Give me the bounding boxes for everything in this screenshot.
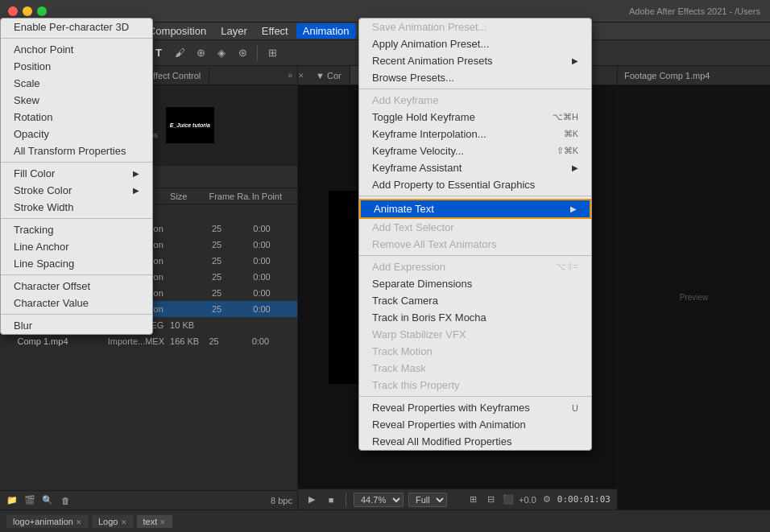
timeline-tab-logo-animation[interactable]: logo+animation ✕ (6, 515, 89, 528)
channels-icon[interactable]: ⬛ (501, 493, 515, 507)
menu-item-label: Add Expression (372, 261, 445, 273)
menu-blur[interactable]: Blur (1, 317, 152, 334)
menu-position[interactable]: Position (1, 58, 152, 75)
menu-track-property[interactable]: Track this Property (359, 377, 591, 394)
snap-icon[interactable]: ⊞ (263, 44, 281, 62)
eraser-tool-icon[interactable]: ◈ (213, 44, 230, 62)
menu-separator (1, 218, 152, 219)
search-bottom-icon[interactable]: 🔍 (40, 493, 55, 508)
new-folder-icon[interactable]: 📁 (5, 493, 19, 508)
menu-layer[interactable]: Layer (214, 23, 254, 39)
zoom-dropdown[interactable]: 44.7% (354, 493, 404, 507)
clone-tool-icon[interactable]: ⊕ (192, 44, 209, 62)
menu-item-label: Stroke Color (14, 184, 72, 196)
menu-keyframe-velocity[interactable]: Keyframe Velocity... ⇧⌘K (359, 142, 591, 159)
menu-item-label: Line Anchor (14, 241, 69, 253)
menu-browse-presets[interactable]: Browse Presets... (359, 69, 591, 86)
new-composition-icon[interactable]: 🎬 (23, 493, 37, 508)
menu-character-offset[interactable]: Character Offset (1, 278, 152, 295)
menu-reveal-modified[interactable]: Reveal All Modified Properties (359, 433, 591, 450)
panel-close-icon[interactable]: ✕ (298, 72, 304, 80)
menu-add-text-selector[interactable]: Add Text Selector (359, 219, 591, 236)
stop-icon[interactable]: ■ (324, 493, 338, 507)
menu-item-label: Keyframe Interpolation... (372, 128, 486, 140)
list-item[interactable]: Comp 1.mp4 Importe...MEX 166 KB 25 0:00 (0, 333, 297, 349)
menu-item-label: Track this Property (372, 379, 460, 391)
menu-reveal-animation[interactable]: Reveal Properties with Animation (359, 416, 591, 433)
panel-overflow-arrow[interactable]: » (288, 71, 297, 80)
delete-icon[interactable]: 🗑 (58, 493, 72, 508)
file-type: Importe...MEX (108, 336, 170, 346)
timeline-tab-close-icon[interactable]: ✕ (76, 518, 82, 526)
menu-keyframe-assistant[interactable]: Keyframe Assistant ▶ (359, 159, 591, 176)
footage-preview: Preview (618, 85, 770, 509)
viewer-icon[interactable]: ⊞ (466, 493, 480, 507)
menu-warp-stabilizer[interactable]: Warp Stabilizer VFX (359, 326, 591, 343)
timeline: logo+animation ✕ Logo ✕ text ✕ (0, 509, 770, 532)
menu-effect[interactable]: Effect (255, 23, 295, 39)
quality-dropdown[interactable]: Full (408, 493, 447, 507)
timeline-tab-text[interactable]: text ✕ (137, 515, 173, 528)
menu-all-transform-properties[interactable]: All Transform Properties (1, 142, 152, 159)
menu-reveal-keyframes[interactable]: Reveal Properties with Keyframes U (359, 399, 591, 416)
minimize-button[interactable] (23, 6, 32, 16)
menu-skew[interactable]: Skew (1, 92, 152, 109)
menu-fill-color[interactable]: Fill Color ▶ (1, 165, 152, 182)
file-inpoint: 0:00 (253, 288, 291, 298)
menu-line-spacing[interactable]: Line Spacing (1, 255, 152, 272)
menu-item-label: Recent Animation Presets (372, 55, 493, 67)
file-framerate: 25 (212, 272, 253, 282)
menu-enable-per-character-3d[interactable]: Enable Per-character 3D (1, 19, 152, 35)
menu-item-label: Track Mask (372, 362, 426, 374)
menu-separate-dimensions[interactable]: Separate Dimensions (359, 275, 591, 292)
menu-separator (1, 274, 152, 275)
timeline-tab-close-icon[interactable]: ✕ (121, 518, 127, 526)
menu-rotation[interactable]: Rotation (1, 109, 152, 126)
file-inpoint: 0:00 (253, 240, 291, 250)
menu-recent-animation-presets[interactable]: Recent Animation Presets ▶ (359, 52, 591, 69)
menu-add-expression[interactable]: Add Expression ⌥⇧= (359, 258, 591, 275)
comp-controls: ▶ ■ 44.7% Full ⊞ ⊟ ⬛ +0.0 ⚙ 0:00:01:03 (298, 489, 617, 509)
tab-cor[interactable]: ▼ Cor (308, 66, 350, 85)
timeline-tab-close-icon[interactable]: ✕ (159, 518, 166, 526)
menu-anchor-point[interactable]: Anchor Point (1, 41, 152, 58)
maximize-button[interactable] (37, 6, 47, 16)
menu-opacity[interactable]: Opacity (1, 126, 152, 142)
menu-item-label: Keyframe Assistant (372, 162, 462, 174)
menu-stroke-width[interactable]: Stroke Width (1, 199, 152, 216)
settings-icon[interactable]: ⚙ (540, 493, 554, 507)
file-framerate: 25 (209, 336, 251, 346)
menu-save-animation-preset[interactable]: Save Animation Preset... (359, 19, 591, 35)
close-button[interactable] (8, 6, 18, 16)
animate-text-submenu[interactable]: Enable Per-character 3D Anchor Point Pos… (0, 18, 153, 335)
timeline-tab-logo[interactable]: Logo ✕ (92, 515, 134, 528)
menu-track-camera[interactable]: Track Camera (359, 292, 591, 309)
menu-apply-animation-preset[interactable]: Apply Animation Preset... (359, 35, 591, 52)
menu-remove-all-text-animators[interactable]: Remove All Text Animators (359, 236, 591, 253)
file-framerate: 25 (212, 240, 253, 250)
menu-scale[interactable]: Scale (1, 75, 152, 92)
menu-animate-text[interactable]: Animate Text ▶ (359, 199, 591, 219)
menu-toggle-hold-keyframe[interactable]: Toggle Hold Keyframe ⌥⌘H (359, 109, 591, 126)
brush-tool-icon[interactable]: 🖌 (171, 44, 188, 62)
animation-menu[interactable]: Save Animation Preset... Apply Animation… (358, 18, 592, 451)
menu-add-keyframe[interactable]: Add Keyframe (359, 92, 591, 109)
menu-tracking[interactable]: Tracking (1, 221, 152, 238)
puppet-tool-icon[interactable]: ⊛ (234, 44, 251, 62)
menu-animation[interactable]: Animation (296, 23, 356, 39)
menu-item-label: Stroke Width (14, 201, 73, 213)
menu-track-boris-mocha[interactable]: Track in Boris FX Mocha (359, 309, 591, 326)
menu-character-value[interactable]: Character Value (1, 295, 152, 311)
menu-separator (359, 196, 591, 196)
menu-keyframe-interpolation[interactable]: Keyframe Interpolation... ⌘K (359, 126, 591, 142)
menu-stroke-color[interactable]: Stroke Color ▶ (1, 182, 152, 199)
menu-line-anchor[interactable]: Line Anchor (1, 238, 152, 255)
menu-track-motion[interactable]: Track Motion (359, 343, 591, 360)
grid-icon[interactable]: ⊟ (483, 493, 498, 507)
play-icon[interactable]: ▶ (304, 493, 319, 507)
menu-track-mask[interactable]: Track Mask (359, 360, 591, 377)
menu-item-label: Remove All Text Animators (372, 238, 496, 250)
file-size: 166 KB (170, 336, 209, 346)
menu-add-property-essential[interactable]: Add Property to Essential Graphics (359, 176, 591, 193)
file-inpoint: 0:00 (253, 272, 291, 282)
